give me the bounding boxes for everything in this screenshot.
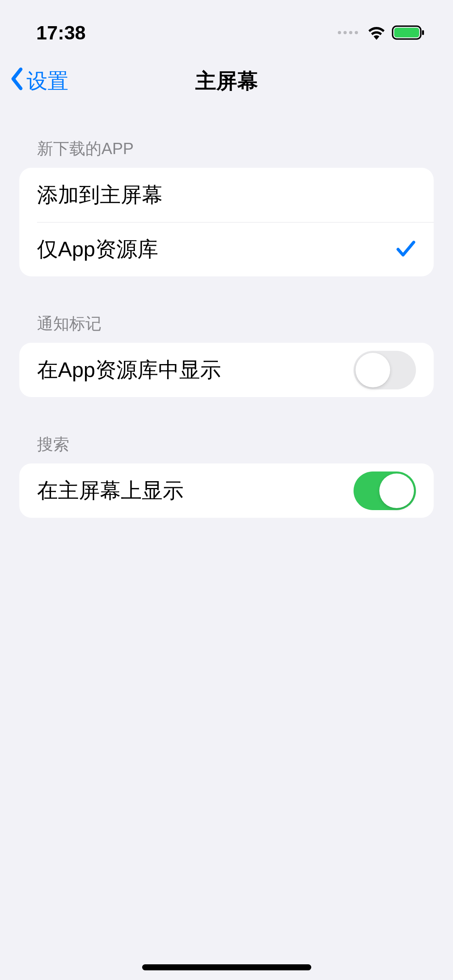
option-label: 仅App资源库 <box>37 235 158 264</box>
row-label: 在主屏幕上显示 <box>37 477 184 505</box>
row-show-in-app-library: 在App资源库中显示 <box>19 343 434 397</box>
back-button[interactable]: 设置 <box>10 67 68 95</box>
option-add-to-home[interactable]: 添加到主屏幕 <box>19 168 434 222</box>
svg-rect-2 <box>422 30 424 35</box>
back-label: 设置 <box>27 67 68 95</box>
option-app-library-only[interactable]: 仅App资源库 <box>19 222 434 276</box>
group-new-downloads: 添加到主屏幕 仅App资源库 <box>19 168 434 276</box>
battery-icon <box>392 25 425 41</box>
status-indicators <box>338 25 425 41</box>
group-search: 在主屏幕上显示 <box>19 463 434 518</box>
section-header-new-downloads: 新下载的APP <box>19 138 434 160</box>
nav-bar: 设置 主屏幕 <box>0 53 453 109</box>
status-time: 17:38 <box>36 22 86 44</box>
row-label: 在App资源库中显示 <box>37 356 221 384</box>
option-label: 添加到主屏幕 <box>37 181 163 209</box>
svg-rect-1 <box>394 28 419 37</box>
status-bar: 17:38 <box>0 0 453 53</box>
home-indicator[interactable] <box>142 964 311 970</box>
toggle-show-in-app-library[interactable] <box>354 351 416 389</box>
toggle-show-on-home-screen[interactable] <box>354 471 416 510</box>
section-header-notification-badges: 通知标记 <box>19 313 434 335</box>
row-show-on-home-screen: 在主屏幕上显示 <box>19 463 434 518</box>
section-header-search: 搜索 <box>19 433 434 455</box>
signal-dots-icon <box>338 31 358 34</box>
group-notification-badges: 在App资源库中显示 <box>19 343 434 397</box>
wifi-icon <box>367 25 386 40</box>
page-title: 主屏幕 <box>195 67 258 95</box>
chevron-left-icon <box>10 67 25 95</box>
checkmark-icon <box>396 239 416 259</box>
